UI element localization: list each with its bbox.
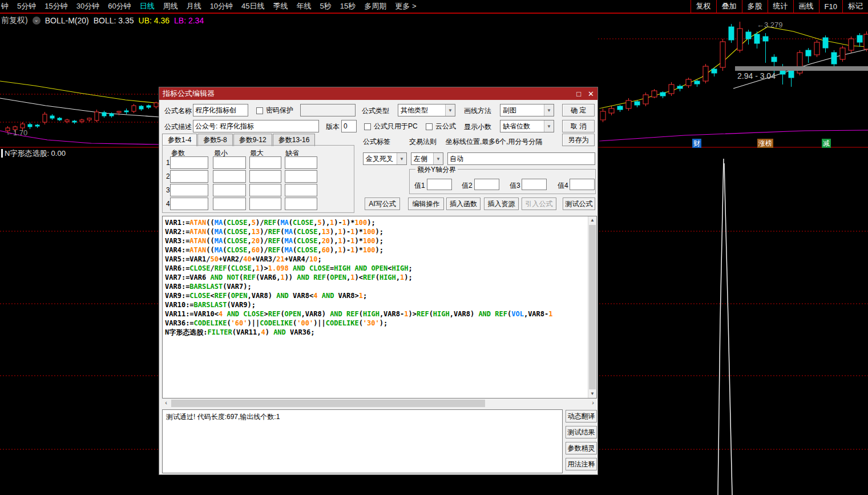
chart-tag-rank[interactable]: 涨榜 <box>757 139 773 148</box>
y-value2-input[interactable] <box>474 179 499 190</box>
cancel-button[interactable]: 取 消 <box>562 120 595 132</box>
side-tool-button[interactable]: 动态翻译 <box>566 410 597 422</box>
y-value3-input[interactable] <box>522 179 547 190</box>
y-value1-input[interactable] <box>427 179 452 190</box>
formula-code-editor[interactable]: VAR1:=ATAN((MA(CLOSE,5)/REF(MA(CLOSE,5),… <box>162 216 597 399</box>
period-menu-item[interactable]: 钟 <box>1 1 9 11</box>
scroll-up-icon[interactable]: ▲ <box>588 216 596 224</box>
side-tool-button[interactable]: 参数精灵 <box>566 442 597 454</box>
param-max-input[interactable] <box>249 198 281 210</box>
period-menu-item[interactable]: 周线 <box>163 1 178 11</box>
toolbar-button[interactable]: 统计 <box>768 0 793 13</box>
checkbox-box-icon[interactable] <box>364 123 371 130</box>
param-min-input[interactable] <box>213 156 246 169</box>
param-min-input[interactable] <box>213 184 246 196</box>
param-name-input[interactable] <box>170 198 208 210</box>
param-name-input[interactable] <box>170 156 208 169</box>
cloud-formula-checkbox[interactable]: 云公式 <box>426 122 456 131</box>
param-tab[interactable]: 参数1-4 <box>162 134 197 146</box>
param-max-input[interactable] <box>249 184 281 196</box>
param-max-input[interactable] <box>249 170 281 183</box>
param-name-input[interactable] <box>170 184 208 196</box>
scroll-down-icon[interactable]: ▼ <box>588 390 596 398</box>
period-menu-item[interactable]: 月线 <box>187 1 201 11</box>
trade-rule-select[interactable]: 左侧 ▼ <box>411 152 443 165</box>
param-min-input[interactable] <box>213 198 246 210</box>
period-menu-item[interactable]: 季线 <box>273 1 288 11</box>
formula-type-label: 公式类型 <box>362 106 389 116</box>
toolbar-button[interactable]: 叠加 <box>716 0 742 13</box>
indicator-name[interactable]: BOLL-M(20) <box>45 16 89 25</box>
chart-tag-reduce[interactable]: 减 <box>822 139 831 148</box>
action-button[interactable]: 插入资源 <box>484 198 519 210</box>
action-button[interactable]: 插入函数 <box>446 198 481 210</box>
close-icon[interactable]: ✕ <box>588 90 594 98</box>
dialog-titlebar[interactable]: 指标公式编辑器 □ ✕ <box>159 87 597 100</box>
param-tab[interactable]: 参数13-16 <box>273 134 316 146</box>
period-menu-item[interactable]: 年线 <box>297 1 312 11</box>
param-min-input[interactable] <box>213 170 246 183</box>
period-menu-item[interactable]: 5秒 <box>320 1 332 11</box>
param-max-input[interactable] <box>249 156 281 169</box>
toolbar-button[interactable]: 画线 <box>793 0 819 13</box>
scroll-left-icon[interactable]: ‹ <box>162 399 170 408</box>
period-menu-item[interactable]: 45日线 <box>241 1 264 11</box>
chevron-down-icon[interactable]: ▼ <box>445 104 455 116</box>
param-tab[interactable]: 参数9-12 <box>233 134 272 146</box>
action-button[interactable]: 编辑操作 <box>408 198 444 210</box>
dropdown-circle-icon[interactable]: ⌄ <box>33 17 41 25</box>
action-button[interactable]: 引入公式 <box>522 198 556 210</box>
period-menu-item[interactable]: 30分钟 <box>76 1 99 11</box>
period-menu-item[interactable]: 更多 > <box>395 1 416 11</box>
period-menu-item[interactable]: 15分钟 <box>45 1 67 11</box>
toolbar-button[interactable]: 复权 <box>691 0 716 13</box>
scroll-right-icon[interactable]: › <box>589 399 597 408</box>
param-default-input[interactable] <box>285 198 317 210</box>
param-name-input[interactable] <box>170 170 208 183</box>
scrollbar-thumb[interactable] <box>589 225 596 389</box>
y-value4-input[interactable] <box>570 179 595 190</box>
period-menu-item[interactable]: 10分钟 <box>210 1 233 11</box>
ok-button[interactable]: 确 定 <box>562 104 595 116</box>
formula-type-select[interactable]: 其他类型 ▼ <box>398 104 455 116</box>
param-default-input[interactable] <box>285 170 317 183</box>
chevron-down-icon[interactable]: ▼ <box>544 104 554 116</box>
save-as-button[interactable]: 另存为 <box>562 134 595 146</box>
period-menu-item[interactable]: 5分钟 <box>17 1 36 11</box>
chart-tag-finance[interactable]: 财 <box>692 139 701 148</box>
chevron-down-icon[interactable]: ▼ <box>544 120 554 132</box>
draw-method-select[interactable]: 副图 ▼ <box>500 104 554 116</box>
decimal-select[interactable]: 缺省位数 ▼ <box>500 120 554 132</box>
param-default-input[interactable] <box>285 184 317 196</box>
action-button[interactable]: 测试公式 <box>563 198 595 210</box>
param-tab[interactable]: 参数5-8 <box>197 134 232 146</box>
chevron-down-icon[interactable]: ▼ <box>397 153 406 164</box>
decimal-label: 显示小数 <box>464 122 491 132</box>
period-menu-item[interactable]: 60分钟 <box>108 1 131 11</box>
maximize-icon[interactable]: □ <box>576 90 581 98</box>
vertical-scrollbar[interactable]: ▲ ▼ <box>588 216 596 398</box>
action-button[interactable]: AI写公式 <box>365 198 400 210</box>
formula-name-input[interactable] <box>193 104 248 116</box>
param-default-input[interactable] <box>285 156 317 169</box>
version-input[interactable] <box>341 120 357 132</box>
period-menu-item[interactable]: 15秒 <box>340 1 356 11</box>
scrollbar-thumb[interactable] <box>171 400 485 407</box>
formula-desc-input[interactable] <box>193 120 319 132</box>
period-menu-item[interactable]: 多周期 <box>364 1 386 11</box>
toolbar-button[interactable]: 标记 <box>842 0 868 13</box>
toolbar-button[interactable]: 多股 <box>742 0 768 13</box>
period-menu-item[interactable]: 日线 <box>140 1 155 11</box>
chevron-down-icon[interactable]: ▼ <box>433 153 443 164</box>
side-tool-button[interactable]: 测试结果 <box>566 426 597 438</box>
pc-only-checkbox[interactable]: 公式只用于PC <box>364 122 418 131</box>
checkbox-box-icon[interactable] <box>426 123 433 130</box>
coordline-input[interactable] <box>447 152 595 165</box>
checkbox-box-icon[interactable] <box>256 107 263 114</box>
param-row: 2 <box>163 170 354 183</box>
formula-tag-select[interactable]: 金叉死叉 ▼ <box>363 152 407 165</box>
side-tool-button[interactable]: 用法注释 <box>566 458 597 470</box>
toolbar-button[interactable]: F10 <box>819 0 842 13</box>
horizontal-scrollbar[interactable]: ‹ › <box>162 399 597 408</box>
password-protect-checkbox[interactable]: 密码保护 <box>256 106 293 115</box>
